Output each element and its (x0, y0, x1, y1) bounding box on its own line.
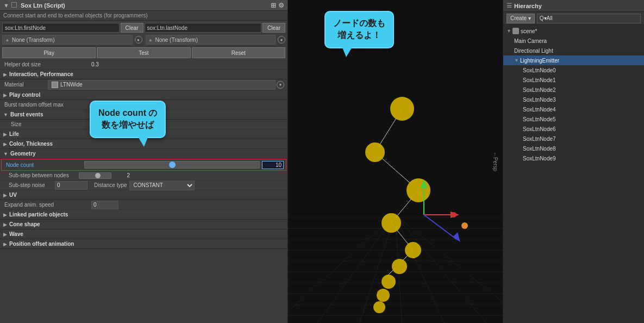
last-node-field[interactable] (145, 23, 262, 33)
scene-arrow-icon: ▼ (507, 28, 511, 34)
tooltip-node-count: Node count の 数を増やせば (90, 101, 166, 138)
clear-first-button[interactable]: Clear (121, 23, 143, 33)
hierarchy-search[interactable] (537, 14, 641, 23)
interaction-label: Interaction, Performance (9, 71, 73, 77)
play-control-section[interactable]: ▶ Play control (0, 90, 287, 100)
first-transform-dropdown[interactable]: ▲ None (Transform) (2, 35, 133, 45)
wave-label: Wave (9, 231, 23, 237)
first-transform-picker[interactable]: ● (135, 36, 142, 44)
hierarchy-item-node2[interactable]: SoxLtnNode2 (503, 85, 644, 95)
node-count-slider[interactable] (84, 161, 260, 169)
hierarchy-item-scene[interactable]: ▼ scene* (503, 26, 644, 36)
dist-type-select[interactable]: CONSTANT LINEAR RANDOM (129, 181, 195, 190)
clear-last-button[interactable]: Clear (262, 23, 285, 33)
node5-label: SoxLtnNode5 (523, 116, 556, 122)
settings-icon[interactable]: ⚙ (278, 2, 284, 9)
svg-point-24 (365, 142, 385, 162)
scene-label: scene* (521, 28, 537, 34)
play-button[interactable]: Play (2, 47, 96, 58)
second-transform-picker[interactable]: ● (278, 36, 285, 44)
substep-label: Sub-step between nodes (9, 172, 77, 178)
svg-rect-0 (288, 0, 503, 323)
layout-icon[interactable]: ⊞ (271, 2, 276, 9)
node-count-thumb[interactable] (169, 162, 176, 168)
main-camera-label: Main Camera (514, 38, 547, 44)
hierarchy-item-node6[interactable]: SoxLtnNode6 (503, 124, 644, 134)
play-control-label: Play control (9, 92, 40, 98)
svg-point-38 (451, 212, 457, 218)
hierarchy-item-node8[interactable]: SoxLtnNode8 (503, 144, 644, 153)
cone-shape-label: Cone shape (9, 221, 40, 227)
panel-title-bar: ▼ Sox Ltn (Script) ⊞ ⚙ (0, 0, 287, 11)
hierarchy-list: ▼ scene* Main Camera Directional Light ▼… (503, 25, 644, 323)
burst-events-label: Burst events (10, 111, 43, 117)
hierarchy-item-directional-light[interactable]: Directional Light (503, 46, 644, 55)
hierarchy-item-lightning-emitter[interactable]: ▼ LightningEmitter (503, 55, 644, 65)
noise-input[interactable] (55, 181, 87, 190)
hierarchy-item-node7[interactable]: SoxLtnNode7 (503, 134, 644, 144)
uv-section[interactable]: ▶ UV (0, 190, 287, 200)
hierarchy-item-node5[interactable]: SoxLtnNode5 (503, 114, 644, 124)
material-label: Material (4, 82, 48, 88)
material-picker[interactable]: ● (277, 81, 284, 89)
scene-canvas-area[interactable]: x y z ←Persp ノードの数も 増えるよ！ (288, 0, 503, 323)
hierarchy-toolbar: Create ▾ (503, 12, 644, 25)
test-button[interactable]: Test (97, 47, 190, 58)
position-offset-section[interactable]: ▶ Position offset animation (0, 239, 287, 249)
geometry-label: Geometry (10, 151, 36, 157)
play-control-arrow: ▶ (3, 92, 7, 98)
hierarchy-item-node9[interactable]: SoxLtnNode9 (503, 153, 644, 163)
hierarchy-item-node4[interactable]: SoxLtnNode4 (503, 104, 644, 114)
substep-row: Sub-step between nodes 2 (0, 171, 287, 181)
connect-row-first: Clear Clear (0, 21, 287, 34)
life-label: Life (9, 131, 19, 137)
uv-arrow: ▶ (3, 192, 7, 198)
color-thickness-label: Color, Thickness (9, 141, 53, 147)
svg-point-30 (377, 289, 390, 302)
hierarchy-panel: ☰ Hierarchy Create ▾ ▼ scene* Main Camer… (503, 0, 644, 323)
create-button[interactable]: Create ▾ (507, 14, 535, 23)
collapse-icon[interactable]: ▼ (3, 2, 9, 9)
hierarchy-item-node3[interactable]: SoxLtnNode3 (503, 95, 644, 104)
wave-section[interactable]: ▶ Wave (0, 229, 287, 239)
checkbox-script[interactable] (11, 2, 18, 9)
unity-logo-icon (512, 28, 519, 34)
cone-shape-arrow: ▶ (3, 222, 7, 227)
position-offset-arrow: ▶ (3, 241, 7, 247)
expand-anim-label: Expand anim. speed (4, 202, 91, 208)
scene-svg: x y z (288, 0, 503, 323)
geometry-section[interactable]: ▼ Geometry (0, 149, 287, 159)
helper-dot-size-value: 0.3 (91, 61, 99, 67)
node2-label: SoxLtnNode2 (523, 87, 556, 93)
material-value: LTNWide (60, 82, 83, 88)
emitter-arrow-icon: ▼ (514, 58, 519, 63)
lightning-emitter-label: LightningEmitter (520, 58, 559, 64)
interaction-section[interactable]: ▶ Interaction, Performance (0, 70, 287, 79)
hierarchy-item-main-camera[interactable]: Main Camera (503, 36, 644, 46)
scene-viewport: x y z ←Persp ノードの数も 増えるよ！ (288, 0, 503, 323)
expand-anim-input[interactable] (91, 201, 118, 209)
hierarchy-title: ☰ Hierarchy (503, 0, 644, 12)
node-count-input[interactable] (262, 161, 284, 169)
second-transform-dropdown[interactable]: ▲ None (Transform) (146, 35, 276, 45)
cone-shape-section[interactable]: ▶ Cone shape (0, 220, 287, 229)
noise-row: Sub-step noise Distance type CONSTANT LI… (0, 181, 287, 190)
linked-particles-section[interactable]: ▶ Linked particle objects (0, 210, 287, 220)
material-field[interactable]: LTNWide (48, 80, 276, 90)
expand-anim-row: Expand anim. speed (0, 200, 287, 210)
node8-label: SoxLtnNode8 (523, 146, 556, 152)
hierarchy-item-node0[interactable]: SoxLtnNode0 (503, 65, 644, 75)
node-count-row: Node count (1, 159, 286, 171)
burst-random-label: Burst random offset max (4, 102, 91, 108)
first-node-field[interactable] (2, 23, 120, 33)
hierarchy-item-node1[interactable]: SoxLtnNode1 (503, 75, 644, 85)
svg-point-27 (405, 242, 421, 258)
linked-particles-arrow: ▶ (3, 212, 7, 218)
reset-button[interactable]: Reset (192, 47, 285, 58)
node3-label: SoxLtnNode3 (523, 97, 556, 103)
substep-thumb[interactable] (95, 173, 101, 178)
dist-type-label: Distance type (94, 182, 127, 188)
interaction-arrow: ▶ (3, 72, 7, 77)
life-arrow: ▶ (3, 132, 7, 137)
substep-slider[interactable] (79, 172, 111, 179)
